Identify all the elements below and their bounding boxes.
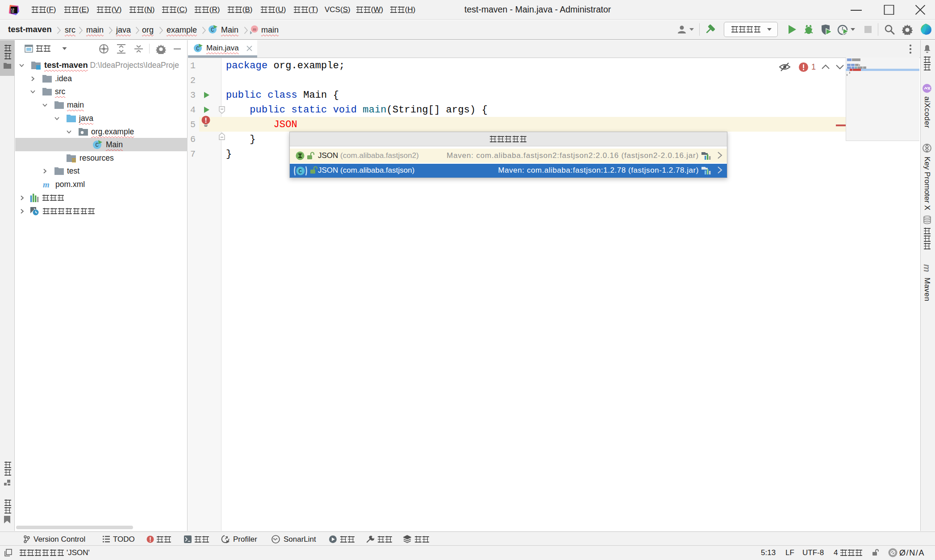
svg-text:m: m	[253, 26, 256, 32]
svg-text:m: m	[43, 180, 50, 188]
svg-text:C: C	[196, 46, 199, 52]
svg-text:IJ: IJ	[12, 8, 14, 12]
svg-text:C: C	[299, 168, 302, 175]
svg-text:C: C	[96, 142, 99, 149]
svg-text:C: C	[211, 27, 214, 33]
